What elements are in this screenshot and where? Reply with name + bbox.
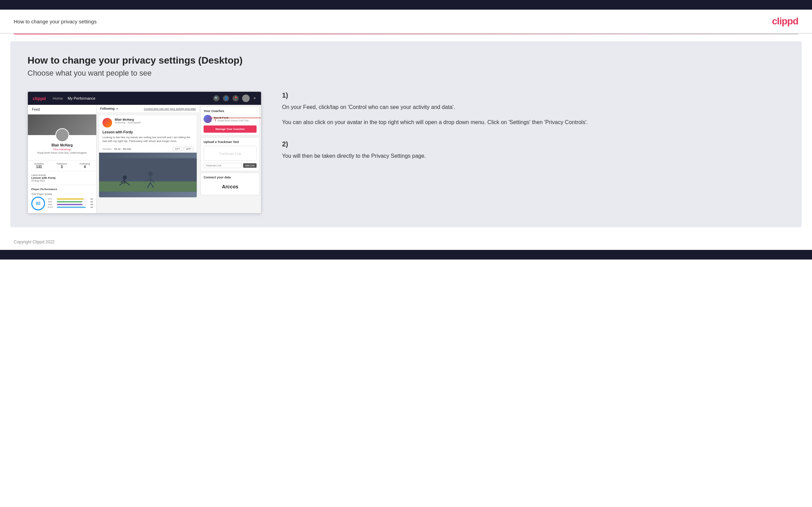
profile-name: Blair McHarg <box>31 143 93 147</box>
coach-avatar <box>204 115 212 123</box>
feed-duration: Duration 01 hr : 30 min OTT APP <box>99 145 197 153</box>
arccos-logo: Arccos <box>204 181 257 192</box>
svg-point-2 <box>123 176 127 180</box>
control-privacy-link[interactable]: Control who can see your activity and da… <box>144 107 196 110</box>
feed-avatar <box>102 118 112 128</box>
following-bar: Following ▼ Control who can see your act… <box>97 105 199 113</box>
app-sidebar: Feed Blair McHarg Plus Handicap Royal No… <box>28 105 97 213</box>
feed-lesson-title: Lesson with Fordy <box>99 130 197 135</box>
latest-activity: Latest Activity Lesson with Fordy 03 Aug… <box>28 171 96 185</box>
trackman-card: Upload a Trackman Test Trackman Link Add… <box>201 137 260 171</box>
bar-putt: PUTT 96 <box>48 206 93 208</box>
quality-bars: OTT 90 APP 85 ARG <box>48 198 93 209</box>
header-divider <box>14 34 798 34</box>
golf-scene-svg <box>99 153 197 197</box>
avatar-chevron: ▼ <box>253 97 256 100</box>
profile-stats: Activities 131 Followers 3 Following 4 <box>28 160 96 171</box>
coaches-title: Your Coaches <box>204 109 257 113</box>
app-mockup: clippd Home My Performance 🔍 👤 📍 ▼ Feed <box>28 91 261 213</box>
user-icon: 👤 <box>223 95 229 101</box>
header: How to change your privacy settings clip… <box>0 10 812 34</box>
svg-point-7 <box>148 172 153 176</box>
page-subheading: Choose what you want people to see <box>28 69 784 78</box>
trackman-link-box: Trackman Link <box>204 146 257 161</box>
search-icon: 🔍 <box>213 95 219 101</box>
trackman-input[interactable] <box>204 163 242 168</box>
nav-link-home: Home <box>53 96 63 100</box>
instruction-step1: 1) On your Feed, click/tap on 'Control w… <box>282 91 778 126</box>
feed-user-meta: Yesterday · Sunningdale <box>115 121 141 124</box>
trackman-placeholder: Trackman Link <box>219 152 241 156</box>
profile-handicap: Plus Handicap <box>31 148 93 151</box>
tag-ott: OTT <box>173 147 182 151</box>
stat-activities: Activities 131 <box>34 163 44 169</box>
feed-card: Blair McHarg Yesterday · Sunningdale Les… <box>99 115 197 198</box>
location-icon: 📍 <box>232 95 239 101</box>
bottom-bar <box>0 250 812 260</box>
step1-extra: You can also click on your avatar in the… <box>282 118 778 127</box>
your-coaches-card: Your Coaches David Ford 📍 Royal North De… <box>201 106 260 136</box>
quality-score: 92 <box>31 197 45 210</box>
manage-coaches-button[interactable]: Manage Your Coaches <box>204 125 257 133</box>
app-logo: clippd <box>33 96 46 101</box>
bar-arg: ARG 86 <box>48 203 93 206</box>
instructions-panel: 1) On your Feed, click/tap on 'Control w… <box>275 91 784 174</box>
header-title: How to change your privacy settings <box>14 19 97 24</box>
profile-club: Royal North Devon Golf Club, United King… <box>31 152 93 154</box>
profile-banner <box>28 114 96 135</box>
trackman-input-row: Add Link <box>204 163 257 168</box>
content-row: clippd Home My Performance 🔍 👤 📍 ▼ Feed <box>28 91 784 213</box>
app-nav: clippd Home My Performance 🔍 👤 📍 ▼ <box>28 92 261 105</box>
bar-ott: OTT 90 <box>48 198 93 200</box>
footer: Copyright Clippd 2022 <box>0 234 812 250</box>
bar-app: APP 85 <box>48 201 93 203</box>
player-performance: Player Performance Total Player Quality … <box>28 185 96 213</box>
nav-link-performance: My Performance <box>68 96 96 100</box>
add-link-button[interactable]: Add Link <box>243 163 257 168</box>
step1-text: On your Feed, click/tap on 'Control who … <box>282 103 778 112</box>
feed-user-name: Blair McHarg <box>115 118 141 121</box>
page-heading: How to change your privacy settings (Des… <box>28 55 784 66</box>
clippd-logo: clippd <box>772 16 798 27</box>
lesson-tags: OTT APP <box>173 147 193 151</box>
app-nav-links: Home My Performance <box>53 96 95 100</box>
stat-following: Following 4 <box>80 163 90 169</box>
step2-number: 2) <box>282 140 778 148</box>
feed-lesson-desc: Looking to feel like my hands are exitin… <box>99 135 197 145</box>
app-nav-icons: 🔍 👤 📍 ▼ <box>213 95 256 102</box>
app-feed: Following ▼ Control who can see your act… <box>97 105 199 213</box>
connect-data-title: Connect your data <box>204 176 257 179</box>
app-body: Feed Blair McHarg Plus Handicap Royal No… <box>28 105 261 213</box>
step2-text: You will then be taken directly to the P… <box>282 152 778 161</box>
app-right-sidebar: Your Coaches David Ford 📍 Royal North De… <box>199 105 261 213</box>
top-bar <box>0 0 812 10</box>
quality-row: 92 OTT 90 APP 85 <box>31 197 93 210</box>
tag-app: APP <box>184 147 193 151</box>
copyright: Copyright Clippd 2022 <box>14 240 55 244</box>
feed-tab: Feed <box>28 105 96 114</box>
chevron-icon: ▼ <box>116 108 118 110</box>
following-button[interactable]: Following ▼ <box>100 107 118 110</box>
stat-followers: Followers 3 <box>57 163 67 169</box>
feed-image <box>99 153 197 197</box>
step1-number: 1) <box>282 91 778 99</box>
connect-data-card: Connect your data Arccos <box>201 173 260 195</box>
main-content: How to change your privacy settings (Des… <box>10 41 802 227</box>
coach-club: 📍 Royal North Devon Golf Club <box>214 119 249 122</box>
instruction-step2: 2) You will then be taken directly to th… <box>282 140 778 161</box>
profile-avatar <box>55 128 69 142</box>
trackman-title: Upload a Trackman Test <box>204 140 257 144</box>
coach-item: David Ford 📍 Royal North Devon Golf Club <box>204 115 257 123</box>
coach-name: David Ford <box>214 116 249 119</box>
nav-avatar <box>242 95 250 102</box>
